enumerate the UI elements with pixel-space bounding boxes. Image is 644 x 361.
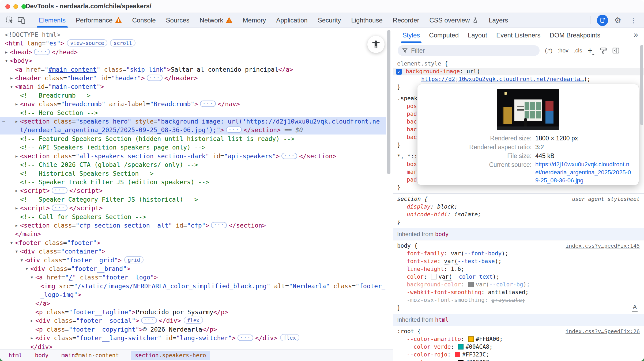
ai-assistance-icon[interactable] [597, 15, 608, 26]
expand-arrow-icon[interactable]: ▶ [14, 117, 20, 126]
style-rule-row[interactable]: -webkit-font-smoothing: antialiased; [393, 289, 644, 296]
dom-row[interactable]: <!-- API Speakers (edition speakers page… [0, 143, 386, 152]
inline-expand-button[interactable]: ··· [226, 126, 242, 133]
dom-row[interactable]: ▶<script>···</script> [0, 186, 386, 195]
expand-arrow-icon[interactable]: ▶ [14, 152, 20, 160]
style-rule-row[interactable]: unicode-bidi: isolate; [393, 211, 644, 218]
expand-arrow-icon[interactable]: ▶ [3, 48, 9, 56]
minimize-window-button[interactable] [13, 4, 18, 9]
accessibility-floating-button[interactable] [367, 36, 385, 53]
style-rule-row[interactable]: ✓background-image: url( [393, 68, 644, 75]
dom-row[interactable]: ▶<script>···</script> [0, 204, 386, 212]
tab-console[interactable]: Console [132, 13, 156, 28]
style-rule-row[interactable]: display: block; [393, 203, 644, 211]
dom-row[interactable]: <img src="/static/images/NERDEARLA_color… [0, 282, 386, 299]
dom-row-selected[interactable]: ▶⋯<section class="speakers-hero" style="… [0, 117, 386, 135]
tab-sources[interactable]: Sources [166, 13, 190, 28]
style-rule-row[interactable]: --color-amarillo: #FFBA00; [393, 335, 644, 343]
toggle-sidebar-icon[interactable] [612, 47, 620, 54]
dom-row[interactable]: ▶<div class="footer__social">···</div>fl… [0, 316, 386, 325]
dom-row[interactable]: <html lang="es">view-sourcescroll [0, 39, 386, 48]
dom-row[interactable]: <!-- Speaker Category Filter JS (histori… [0, 195, 386, 204]
dom-row[interactable]: </main> [0, 230, 386, 238]
color-swatch[interactable] [458, 360, 464, 361]
new-style-rule-button[interactable]: + [587, 47, 594, 55]
dom-row[interactable]: ▶<section class="cfp section section--al… [0, 221, 386, 230]
dom-row[interactable]: ▶<header class="header" id="header">···<… [0, 74, 386, 82]
layout-badge-view-source[interactable]: view-source [67, 39, 108, 47]
color-swatch[interactable] [468, 282, 474, 287]
collapse-arrow-icon[interactable]: ▼ [14, 247, 20, 256]
tab-recorder[interactable]: Recorder [393, 13, 419, 28]
color-swatch[interactable] [431, 274, 436, 279]
token-clink[interactable]: https://d2j10wxu0u2vqk.cloudfront.net/ne… [421, 76, 584, 82]
dom-row[interactable]: <!-- Historical Speakers Section --> [0, 169, 386, 178]
property-checkbox[interactable]: ✓ [396, 69, 402, 75]
layout-badge-flex[interactable]: flex [280, 334, 299, 341]
collapse-arrow-icon[interactable]: ▼ [9, 82, 14, 91]
elements-scrollbar[interactable] [387, 30, 390, 174]
inspect-element-icon[interactable] [4, 14, 16, 26]
more-tabs-icon[interactable]: » [634, 30, 638, 39]
dom-row[interactable]: <a href="#main-content" class="skip-link… [0, 65, 386, 74]
font-editor-icon[interactable]: A [632, 304, 638, 312]
color-swatch[interactable] [455, 352, 460, 357]
sidebar-tab-event-listeners[interactable]: Event Listeners [496, 28, 540, 43]
inline-expand-button[interactable]: ··· [238, 335, 253, 341]
sidebar-tab-layout[interactable]: Layout [468, 28, 487, 43]
paint-panel-icon[interactable] [600, 47, 607, 54]
style-rule-row[interactable]: --color-verde: #00ACA8; [393, 343, 644, 351]
collapse-arrow-icon[interactable]: ▼ [29, 273, 35, 282]
style-rule-row[interactable]: font-family: var(--font-body); [393, 250, 644, 258]
style-rule-row[interactable]: element.style { [393, 60, 644, 68]
styles-scrollbar[interactable] [640, 45, 643, 125]
dom-row[interactable]: </a> [0, 299, 386, 308]
expand-arrow-icon[interactable]: ▶ [14, 221, 20, 230]
sidebar-tab-dom-breakpoints[interactable]: DOM Breakpoints [550, 28, 600, 43]
preview-source-link[interactable]: https://d2j10wxu0u2vqk.cloudfront.net/ne… [535, 160, 631, 185]
tab-memory[interactable]: Memory [243, 13, 266, 28]
expand-arrow-icon[interactable]: ▶ [14, 100, 20, 108]
close-window-button[interactable] [5, 4, 10, 9]
dom-row[interactable]: <!DOCTYPE html> [0, 30, 386, 39]
dom-row[interactable]: <!-- Speaker Track Filter JS (edition sp… [0, 178, 386, 186]
tab-elements[interactable]: Elements [39, 13, 66, 28]
device-toolbar-icon[interactable] [16, 14, 27, 26]
dom-row[interactable]: <p class="footer__tagline">Producido por… [0, 308, 386, 316]
token-lnk[interactable]: / [69, 274, 73, 281]
dom-row[interactable]: ▼<body> [0, 56, 386, 65]
dom-row[interactable]: <!-- Hero Section --> [0, 109, 386, 117]
style-rule-row[interactable]: color: var(--color-text); [393, 273, 644, 281]
tab-css-overview[interactable]: CSS overview [430, 13, 479, 28]
stylesheet-source-link[interactable]: index.css?v…peedFix:145 [566, 242, 640, 250]
breadcrumb-section-speakers-hero[interactable]: section.speakers-hero [131, 351, 210, 360]
style-rule-row[interactable]: } [393, 218, 644, 226]
collapse-arrow-icon[interactable]: ▼ [19, 256, 25, 264]
inline-expand-button[interactable]: ··· [52, 205, 67, 211]
color-swatch[interactable] [458, 344, 464, 350]
tab-lighthouse[interactable]: Lighthouse [351, 13, 382, 28]
dom-row[interactable]: <!-- Call for Speakers Section --> [0, 213, 386, 221]
style-rule-row[interactable]: section {user agent stylesheet [393, 195, 644, 203]
style-rule-row[interactable]: line-height: 1.6; [393, 265, 644, 273]
dom-row[interactable]: ▶<head>···</head> [0, 48, 386, 56]
expand-arrow-icon[interactable]: ▶ [14, 186, 20, 195]
dom-row[interactable]: <!-- Breadcrumb --> [0, 91, 386, 100]
hover-state-toggle[interactable]: :hov [558, 47, 568, 54]
inline-expand-button[interactable]: ··· [52, 187, 67, 194]
more-options-icon[interactable]: ⋮ [627, 14, 639, 26]
breadcrumb-main-main-content[interactable]: main#main-content [61, 351, 119, 360]
collapse-arrow-icon[interactable]: ▼ [9, 239, 14, 247]
dom-row[interactable]: <p class="footer__copyright">© 2026 Nerd… [0, 325, 386, 334]
tab-application[interactable]: Application [276, 13, 307, 28]
inline-expand-button[interactable]: ··· [200, 101, 216, 107]
token-lnk[interactable]: /static/images/NERDEARLA_color_simplifie… [78, 283, 267, 290]
filter-input[interactable]: Filter [398, 45, 540, 56]
tab-layers[interactable]: Layers [489, 13, 508, 28]
style-rule-row[interactable]: body {index.css?v…peedFix:145 [393, 242, 644, 250]
layout-badge-grid[interactable]: grid [124, 256, 144, 263]
style-rule-row[interactable]: background-color: var(--color-bg); [393, 281, 644, 289]
style-rule-row[interactable]: :root {index.css?v…SpeedFix:26 [393, 328, 644, 335]
sidebar-tab-computed[interactable]: Computed [429, 28, 459, 43]
expand-arrow-icon[interactable]: ▶ [29, 316, 35, 325]
